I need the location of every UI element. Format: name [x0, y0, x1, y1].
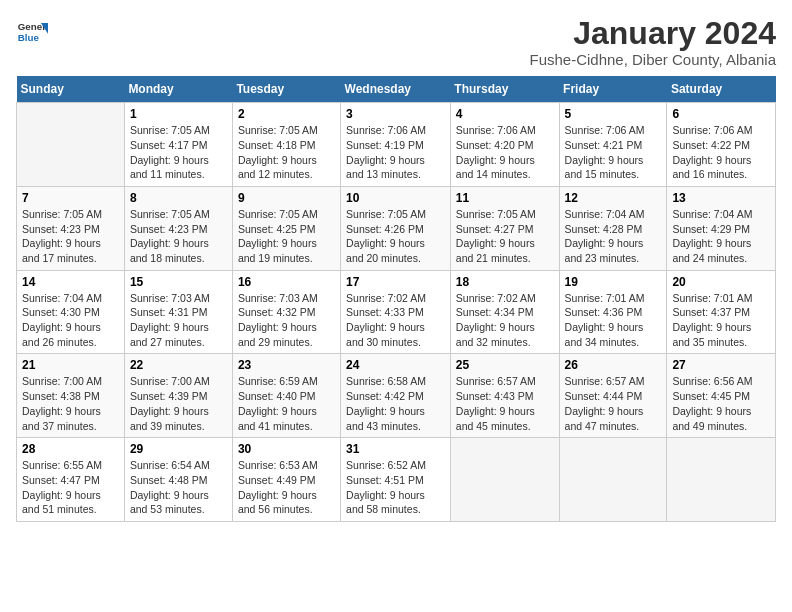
- calendar-cell: 27 Sunrise: 6:56 AMSunset: 4:45 PMDaylig…: [667, 354, 776, 438]
- calendar-cell: [450, 438, 559, 522]
- day-number: 3: [346, 107, 445, 121]
- day-number: 25: [456, 358, 554, 372]
- calendar-cell: 26 Sunrise: 6:57 AMSunset: 4:44 PMDaylig…: [559, 354, 667, 438]
- day-info: Sunrise: 7:05 AMSunset: 4:23 PMDaylight:…: [130, 208, 210, 264]
- calendar-cell: 31 Sunrise: 6:52 AMSunset: 4:51 PMDaylig…: [341, 438, 451, 522]
- calendar-cell: 11 Sunrise: 7:05 AMSunset: 4:27 PMDaylig…: [450, 186, 559, 270]
- svg-text:Blue: Blue: [18, 32, 40, 43]
- day-number: 11: [456, 191, 554, 205]
- calendar-cell: 10 Sunrise: 7:05 AMSunset: 4:26 PMDaylig…: [341, 186, 451, 270]
- col-thursday: Thursday: [450, 76, 559, 103]
- day-info: Sunrise: 7:04 AMSunset: 4:29 PMDaylight:…: [672, 208, 752, 264]
- day-info: Sunrise: 7:04 AMSunset: 4:30 PMDaylight:…: [22, 292, 102, 348]
- calendar-cell: 30 Sunrise: 6:53 AMSunset: 4:49 PMDaylig…: [232, 438, 340, 522]
- day-number: 4: [456, 107, 554, 121]
- day-info: Sunrise: 7:02 AMSunset: 4:33 PMDaylight:…: [346, 292, 426, 348]
- day-info: Sunrise: 7:01 AMSunset: 4:36 PMDaylight:…: [565, 292, 645, 348]
- day-number: 15: [130, 275, 227, 289]
- col-monday: Monday: [124, 76, 232, 103]
- day-info: Sunrise: 6:58 AMSunset: 4:42 PMDaylight:…: [346, 375, 426, 431]
- calendar-cell: 12 Sunrise: 7:04 AMSunset: 4:28 PMDaylig…: [559, 186, 667, 270]
- day-info: Sunrise: 7:05 AMSunset: 4:17 PMDaylight:…: [130, 124, 210, 180]
- logo: General Blue: [16, 16, 48, 48]
- day-number: 1: [130, 107, 227, 121]
- calendar-cell: 25 Sunrise: 6:57 AMSunset: 4:43 PMDaylig…: [450, 354, 559, 438]
- day-info: Sunrise: 7:00 AMSunset: 4:38 PMDaylight:…: [22, 375, 102, 431]
- col-tuesday: Tuesday: [232, 76, 340, 103]
- day-info: Sunrise: 7:03 AMSunset: 4:32 PMDaylight:…: [238, 292, 318, 348]
- calendar-cell: 13 Sunrise: 7:04 AMSunset: 4:29 PMDaylig…: [667, 186, 776, 270]
- calendar-table: Sunday Monday Tuesday Wednesday Thursday…: [16, 76, 776, 522]
- day-info: Sunrise: 7:04 AMSunset: 4:28 PMDaylight:…: [565, 208, 645, 264]
- calendar-cell: 8 Sunrise: 7:05 AMSunset: 4:23 PMDayligh…: [124, 186, 232, 270]
- calendar-cell: 5 Sunrise: 7:06 AMSunset: 4:21 PMDayligh…: [559, 103, 667, 187]
- day-number: 28: [22, 442, 119, 456]
- calendar-cell: 24 Sunrise: 6:58 AMSunset: 4:42 PMDaylig…: [341, 354, 451, 438]
- day-number: 8: [130, 191, 227, 205]
- calendar-cell: 21 Sunrise: 7:00 AMSunset: 4:38 PMDaylig…: [17, 354, 125, 438]
- month-year-title: January 2024: [529, 16, 776, 51]
- col-saturday: Saturday: [667, 76, 776, 103]
- day-number: 9: [238, 191, 335, 205]
- day-number: 21: [22, 358, 119, 372]
- col-wednesday: Wednesday: [341, 76, 451, 103]
- day-number: 27: [672, 358, 770, 372]
- day-number: 2: [238, 107, 335, 121]
- calendar-cell: [667, 438, 776, 522]
- calendar-cell: [559, 438, 667, 522]
- day-info: Sunrise: 6:57 AMSunset: 4:44 PMDaylight:…: [565, 375, 645, 431]
- day-number: 29: [130, 442, 227, 456]
- day-info: Sunrise: 7:05 AMSunset: 4:26 PMDaylight:…: [346, 208, 426, 264]
- calendar-cell: 22 Sunrise: 7:00 AMSunset: 4:39 PMDaylig…: [124, 354, 232, 438]
- day-number: 19: [565, 275, 662, 289]
- day-number: 12: [565, 191, 662, 205]
- day-number: 26: [565, 358, 662, 372]
- day-info: Sunrise: 7:06 AMSunset: 4:21 PMDaylight:…: [565, 124, 645, 180]
- day-number: 14: [22, 275, 119, 289]
- day-number: 22: [130, 358, 227, 372]
- day-info: Sunrise: 6:56 AMSunset: 4:45 PMDaylight:…: [672, 375, 752, 431]
- day-number: 10: [346, 191, 445, 205]
- day-info: Sunrise: 6:52 AMSunset: 4:51 PMDaylight:…: [346, 459, 426, 515]
- calendar-cell: 23 Sunrise: 6:59 AMSunset: 4:40 PMDaylig…: [232, 354, 340, 438]
- day-info: Sunrise: 6:54 AMSunset: 4:48 PMDaylight:…: [130, 459, 210, 515]
- calendar-cell: 18 Sunrise: 7:02 AMSunset: 4:34 PMDaylig…: [450, 270, 559, 354]
- day-info: Sunrise: 7:06 AMSunset: 4:19 PMDaylight:…: [346, 124, 426, 180]
- day-number: 20: [672, 275, 770, 289]
- day-number: 5: [565, 107, 662, 121]
- calendar-cell: 19 Sunrise: 7:01 AMSunset: 4:36 PMDaylig…: [559, 270, 667, 354]
- col-friday: Friday: [559, 76, 667, 103]
- calendar-cell: 4 Sunrise: 7:06 AMSunset: 4:20 PMDayligh…: [450, 103, 559, 187]
- page-header: General Blue January 2024 Fushe-Cidhne, …: [16, 16, 776, 68]
- calendar-week-row: 14 Sunrise: 7:04 AMSunset: 4:30 PMDaylig…: [17, 270, 776, 354]
- day-info: Sunrise: 7:06 AMSunset: 4:20 PMDaylight:…: [456, 124, 536, 180]
- day-number: 24: [346, 358, 445, 372]
- calendar-cell: 6 Sunrise: 7:06 AMSunset: 4:22 PMDayligh…: [667, 103, 776, 187]
- day-info: Sunrise: 6:53 AMSunset: 4:49 PMDaylight:…: [238, 459, 318, 515]
- day-info: Sunrise: 7:06 AMSunset: 4:22 PMDaylight:…: [672, 124, 752, 180]
- calendar-cell: 16 Sunrise: 7:03 AMSunset: 4:32 PMDaylig…: [232, 270, 340, 354]
- day-number: 30: [238, 442, 335, 456]
- calendar-cell: 15 Sunrise: 7:03 AMSunset: 4:31 PMDaylig…: [124, 270, 232, 354]
- calendar-week-row: 21 Sunrise: 7:00 AMSunset: 4:38 PMDaylig…: [17, 354, 776, 438]
- col-sunday: Sunday: [17, 76, 125, 103]
- day-info: Sunrise: 6:57 AMSunset: 4:43 PMDaylight:…: [456, 375, 536, 431]
- logo-icon: General Blue: [16, 16, 48, 48]
- calendar-header-row: Sunday Monday Tuesday Wednesday Thursday…: [17, 76, 776, 103]
- calendar-week-row: 1 Sunrise: 7:05 AMSunset: 4:17 PMDayligh…: [17, 103, 776, 187]
- calendar-cell: 2 Sunrise: 7:05 AMSunset: 4:18 PMDayligh…: [232, 103, 340, 187]
- calendar-cell: 9 Sunrise: 7:05 AMSunset: 4:25 PMDayligh…: [232, 186, 340, 270]
- day-info: Sunrise: 7:01 AMSunset: 4:37 PMDaylight:…: [672, 292, 752, 348]
- calendar-cell: 3 Sunrise: 7:06 AMSunset: 4:19 PMDayligh…: [341, 103, 451, 187]
- day-number: 7: [22, 191, 119, 205]
- calendar-week-row: 7 Sunrise: 7:05 AMSunset: 4:23 PMDayligh…: [17, 186, 776, 270]
- day-info: Sunrise: 7:03 AMSunset: 4:31 PMDaylight:…: [130, 292, 210, 348]
- day-info: Sunrise: 7:05 AMSunset: 4:23 PMDaylight:…: [22, 208, 102, 264]
- day-number: 23: [238, 358, 335, 372]
- day-info: Sunrise: 7:02 AMSunset: 4:34 PMDaylight:…: [456, 292, 536, 348]
- day-number: 6: [672, 107, 770, 121]
- calendar-cell: 14 Sunrise: 7:04 AMSunset: 4:30 PMDaylig…: [17, 270, 125, 354]
- calendar-cell: 7 Sunrise: 7:05 AMSunset: 4:23 PMDayligh…: [17, 186, 125, 270]
- day-number: 18: [456, 275, 554, 289]
- day-info: Sunrise: 7:05 AMSunset: 4:25 PMDaylight:…: [238, 208, 318, 264]
